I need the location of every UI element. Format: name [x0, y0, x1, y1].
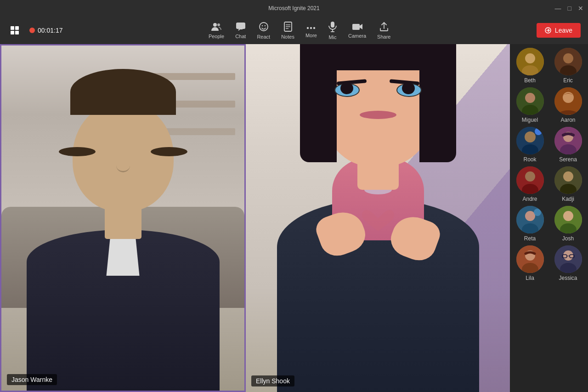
notes-icon: [283, 22, 293, 33]
camera-label: Camera: [348, 33, 366, 39]
participant-andre[interactable]: Andre: [513, 166, 547, 202]
name-reta: Reta: [524, 235, 536, 242]
svg-point-47: [563, 211, 573, 221]
window-title: Microsoft Ignite 2021: [268, 5, 319, 11]
svg-point-12: [313, 27, 315, 29]
toolbar-center: People Chat React: [63, 21, 537, 40]
name-beth: Beth: [524, 77, 536, 84]
svg-point-22: [563, 53, 573, 63]
name-eric: Eric: [563, 77, 573, 84]
name-josh: Josh: [562, 235, 574, 242]
leave-button[interactable]: Leave: [537, 23, 581, 38]
react-icon: [259, 22, 269, 33]
svg-point-32: [535, 128, 542, 135]
participant-kadji[interactable]: Kadji: [551, 166, 585, 202]
svg-point-19: [525, 53, 535, 63]
more-button[interactable]: More: [305, 23, 317, 38]
name-jessica: Jessica: [559, 275, 577, 281]
participant-josh[interactable]: Josh: [551, 206, 585, 242]
participant-jessica[interactable]: Jessica: [551, 245, 585, 281]
participant-miguel[interactable]: Miguel: [513, 87, 547, 123]
participant-aaron[interactable]: Aaron: [551, 87, 585, 123]
more-icon: [306, 23, 316, 32]
svg-point-1: [217, 23, 220, 26]
video-background-jason: Jason Warnke: [1, 45, 244, 391]
window-controls: — □ ✕: [555, 5, 583, 12]
minimize-button[interactable]: —: [555, 5, 561, 12]
toolbar-right: Leave: [537, 23, 581, 38]
avatar-andre: [516, 166, 544, 194]
more-label: More: [305, 33, 317, 38]
react-button[interactable]: React: [257, 22, 270, 40]
toolbar: 00:01:17 People Chat: [0, 17, 588, 44]
ellyn-name-label: Ellyn Shook: [251, 375, 294, 386]
svg-point-5: [265, 25, 266, 26]
name-kadji: Kadji: [562, 196, 574, 202]
svg-point-11: [310, 27, 312, 29]
svg-point-25: [525, 93, 535, 103]
grid-icon: [11, 26, 19, 34]
video-area: Jason Warnke: [0, 44, 510, 392]
chat-button[interactable]: Chat: [235, 22, 246, 39]
svg-point-43: [525, 211, 535, 221]
notes-button[interactable]: Notes: [281, 22, 294, 40]
participant-rook[interactable]: Rook: [513, 127, 547, 163]
video-panel-jason: Jason Warnke: [0, 44, 246, 392]
main-content: Jason Warnke: [0, 44, 588, 392]
recording-indicator: [29, 28, 35, 33]
participant-lila[interactable]: Lila: [513, 245, 547, 281]
svg-rect-16: [352, 24, 360, 30]
participant-reta[interactable]: Reta: [513, 206, 547, 242]
toolbar-left: 00:01:17: [7, 23, 63, 38]
grid-view-button[interactable]: [7, 23, 22, 38]
avatar-serena: [554, 127, 582, 154]
svg-point-3: [260, 23, 268, 31]
chat-label: Chat: [235, 34, 246, 39]
share-label: Share: [377, 34, 390, 40]
name-serena: Serena: [559, 156, 577, 163]
svg-rect-13: [331, 22, 334, 28]
avatar-josh: [554, 206, 582, 233]
video-panel-ellyn: Ellyn Shook: [246, 44, 510, 392]
avatar-eric: [554, 48, 582, 75]
avatar-rook: [516, 127, 544, 154]
participant-eric[interactable]: Eric: [551, 48, 585, 84]
name-lila: Lila: [526, 275, 534, 281]
svg-rect-2: [236, 23, 245, 29]
name-miguel: Miguel: [522, 117, 538, 123]
recording-timer: 00:01:17: [29, 27, 63, 34]
svg-point-37: [525, 171, 535, 182]
title-bar: Microsoft Ignite 2021 — □ ✕: [0, 0, 588, 17]
camera-icon: [352, 23, 363, 32]
svg-point-4: [262, 25, 263, 26]
leave-label: Leave: [555, 27, 572, 34]
participant-beth[interactable]: Beth: [513, 48, 547, 84]
name-andre: Andre: [522, 196, 537, 202]
jason-name-label: Jason Warnke: [7, 374, 57, 385]
close-button[interactable]: ✕: [578, 5, 583, 12]
svg-point-53: [563, 250, 573, 261]
people-icon: [211, 22, 222, 33]
camera-button[interactable]: Camera: [348, 23, 366, 39]
svg-point-10: [307, 27, 309, 29]
avatar-jessica: [554, 245, 582, 273]
avatar-kadji: [554, 166, 582, 194]
avatar-lila: [516, 245, 544, 273]
maximize-button[interactable]: □: [568, 5, 571, 12]
participant-serena[interactable]: Serena: [551, 127, 585, 163]
share-button[interactable]: Share: [377, 22, 390, 40]
avatar-miguel: [516, 87, 544, 115]
name-aaron: Aaron: [560, 117, 575, 123]
people-label: People: [209, 34, 224, 39]
chat-icon: [236, 22, 246, 33]
avatar-aaron: [554, 87, 582, 115]
share-icon: [379, 22, 389, 33]
avatar-reta: [516, 206, 544, 233]
video-background-ellyn: Ellyn Shook: [246, 44, 510, 392]
svg-point-40: [563, 171, 573, 182]
timer-display: 00:01:17: [38, 27, 63, 34]
avatar-beth: [516, 48, 544, 75]
people-button[interactable]: People: [209, 22, 224, 39]
name-rook: Rook: [523, 156, 536, 163]
mic-button[interactable]: Mic: [328, 21, 337, 40]
